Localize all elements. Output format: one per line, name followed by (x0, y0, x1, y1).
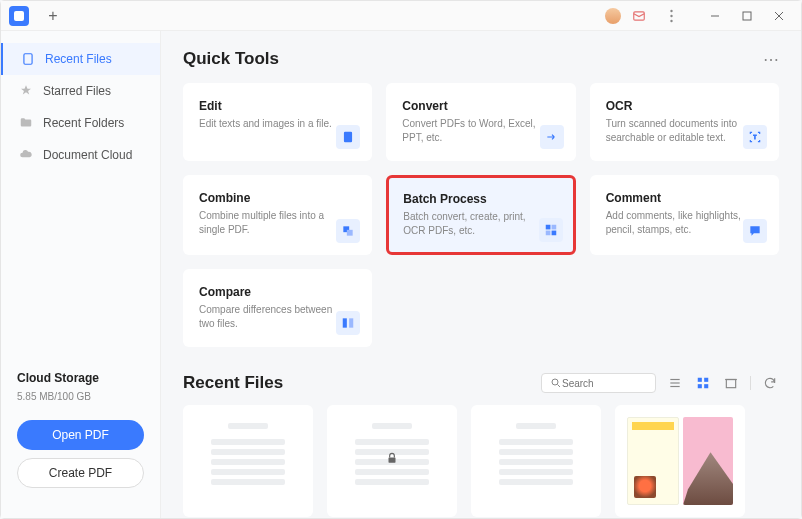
svg-rect-17 (343, 318, 347, 327)
maximize-button[interactable] (733, 5, 761, 27)
tool-title: OCR (606, 99, 763, 113)
file-card[interactable] (615, 405, 745, 517)
view-list-icon[interactable] (666, 374, 684, 392)
notification-icon[interactable] (625, 5, 653, 27)
svg-rect-30 (389, 457, 396, 462)
svg-rect-27 (704, 384, 708, 388)
cloud-storage-usage: 5.85 MB/100 GB (17, 391, 144, 402)
tool-desc: Edit texts and images in a file. (199, 117, 339, 131)
sidebar-item-label: Starred Files (43, 84, 111, 98)
svg-rect-24 (698, 378, 702, 382)
svg-rect-12 (347, 230, 353, 236)
svg-point-2 (670, 14, 672, 16)
app-window: + Recent Files S (0, 0, 802, 519)
file-thumbnail (627, 417, 733, 505)
batch-icon (539, 218, 563, 242)
app-logo-icon (9, 6, 29, 26)
tool-card-batch-process[interactable]: Batch Process Batch convert, create, pri… (386, 175, 575, 255)
content-area: Quick Tools ⋯ Edit Edit texts and images… (161, 31, 801, 518)
search-input[interactable] (562, 378, 642, 389)
tool-card-edit[interactable]: Edit Edit texts and images in a file. (183, 83, 372, 161)
svg-rect-25 (704, 378, 708, 382)
new-tab-button[interactable]: + (39, 5, 67, 27)
svg-line-20 (558, 385, 561, 388)
svg-point-3 (670, 19, 672, 21)
svg-rect-16 (551, 231, 556, 236)
file-thumbnail (195, 417, 301, 485)
user-avatar[interactable] (605, 8, 621, 24)
archive-icon[interactable] (722, 374, 740, 392)
tool-card-combine[interactable]: Combine Combine multiple files into a si… (183, 175, 372, 255)
svg-rect-9 (344, 132, 352, 143)
more-dots-icon[interactable]: ⋯ (763, 50, 779, 69)
tool-card-ocr[interactable]: OCR Turn scanned documents into searchab… (590, 83, 779, 161)
sidebar-item-starred-files[interactable]: Starred Files (1, 75, 160, 107)
svg-rect-8 (24, 54, 32, 65)
combine-icon (336, 219, 360, 243)
svg-rect-26 (698, 384, 702, 388)
star-icon (19, 84, 33, 98)
tool-desc: Turn scanned documents into searchable o… (606, 117, 746, 145)
refresh-icon[interactable] (761, 374, 779, 392)
file-card[interactable] (471, 405, 601, 517)
cloud-icon (19, 148, 33, 162)
search-icon (550, 377, 562, 389)
tool-title: Combine (199, 191, 356, 205)
tool-title: Batch Process (403, 192, 558, 206)
kebab-menu-icon[interactable] (657, 5, 685, 27)
file-card[interactable] (183, 405, 313, 517)
tool-desc: Compare differences between two files. (199, 303, 339, 331)
file-card-locked[interactable] (327, 405, 457, 517)
separator (750, 376, 751, 390)
open-pdf-button[interactable]: Open PDF (17, 420, 144, 450)
svg-rect-13 (545, 225, 550, 230)
sidebar-item-document-cloud[interactable]: Document Cloud (1, 139, 160, 171)
svg-point-19 (552, 379, 558, 385)
tool-card-convert[interactable]: Convert Convert PDFs to Word, Excel, PPT… (386, 83, 575, 161)
tool-title: Convert (402, 99, 559, 113)
sidebar-item-recent-folders[interactable]: Recent Folders (1, 107, 160, 139)
svg-rect-28 (726, 380, 735, 388)
cloud-storage-title: Cloud Storage (17, 371, 144, 385)
ocr-icon: T (743, 125, 767, 149)
svg-rect-14 (551, 225, 556, 230)
tool-card-compare[interactable]: Compare Compare differences between two … (183, 269, 372, 347)
svg-rect-5 (743, 12, 751, 20)
convert-icon (540, 125, 564, 149)
svg-rect-18 (349, 318, 353, 327)
tool-title: Comment (606, 191, 763, 205)
recent-icon (21, 52, 35, 66)
view-grid-icon[interactable] (694, 374, 712, 392)
folder-icon (19, 116, 33, 130)
svg-text:T: T (754, 135, 757, 140)
tool-desc: Add comments, like highlights, pencil, s… (606, 209, 746, 237)
titlebar: + (1, 1, 801, 31)
comment-icon (743, 219, 767, 243)
edit-icon (336, 125, 360, 149)
tool-title: Edit (199, 99, 356, 113)
svg-rect-15 (545, 231, 550, 236)
close-button[interactable] (765, 5, 793, 27)
sidebar: Recent Files Starred Files Recent Folder… (1, 31, 161, 518)
create-pdf-button[interactable]: Create PDF (17, 458, 144, 488)
tool-desc: Combine multiple files into a single PDF… (199, 209, 339, 237)
compare-icon (336, 311, 360, 335)
tool-card-comment[interactable]: Comment Add comments, like highlights, p… (590, 175, 779, 255)
sidebar-item-label: Recent Folders (43, 116, 124, 130)
quick-tools-grid: Edit Edit texts and images in a file. Co… (183, 83, 779, 347)
sidebar-item-label: Document Cloud (43, 148, 132, 162)
recent-files-row (183, 405, 779, 517)
tool-title: Compare (199, 285, 356, 299)
recent-files-title: Recent Files (183, 373, 283, 393)
tool-desc: Batch convert, create, print, OCR PDFs, … (403, 210, 543, 238)
minimize-button[interactable] (701, 5, 729, 27)
lock-icon (385, 451, 399, 469)
quick-tools-title: Quick Tools (183, 49, 279, 69)
search-box[interactable] (541, 373, 656, 393)
tool-desc: Convert PDFs to Word, Excel, PPT, etc. (402, 117, 542, 145)
svg-point-1 (670, 9, 672, 11)
file-thumbnail (483, 417, 589, 485)
sidebar-item-label: Recent Files (45, 52, 112, 66)
sidebar-item-recent-files[interactable]: Recent Files (1, 43, 160, 75)
